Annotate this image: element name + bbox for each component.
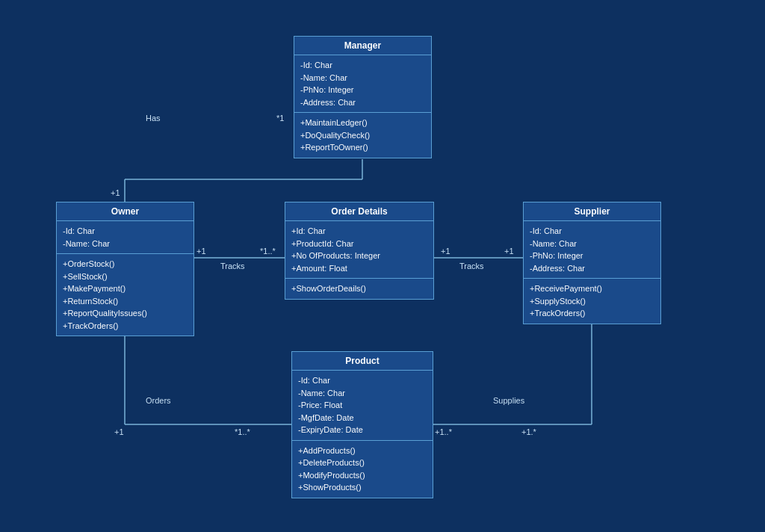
supplier-attrs: -Id: Char -Name: Char -PhNo: Integer -Ad… bbox=[524, 221, 660, 279]
order-details-title: Order Details bbox=[285, 202, 433, 221]
tracks-right-label: Tracks bbox=[459, 262, 484, 270]
owner-title: Owner bbox=[57, 202, 193, 221]
order-details-attrs: +Id: Char +ProductId: Char +No OfProduct… bbox=[285, 221, 433, 279]
product-attrs: -Id: Char -Name: Char -Price: Float -Mgf… bbox=[292, 371, 433, 441]
owner-box: Owner -Id: Char -Name: Char +OrderStock(… bbox=[56, 202, 194, 336]
product-title: Product bbox=[292, 352, 433, 371]
has-label: Has bbox=[146, 114, 161, 123]
supplier-title: Supplier bbox=[524, 202, 660, 221]
mult-tracks-left-1: +1 bbox=[196, 247, 206, 256]
product-methods: +AddProducts() +DeleteProducts() +Modify… bbox=[292, 441, 433, 498]
mult-has-1a: *1 bbox=[276, 114, 284, 123]
manager-methods: +MaintainLedger() +DoQualityCheck() +Rep… bbox=[294, 113, 431, 158]
mult-supplies-1: +1..* bbox=[435, 427, 452, 436]
diagram-canvas: Manager -Id: Char -Name: Char -PhNo: Int… bbox=[0, 0, 765, 532]
mult-orders-2: *1..* bbox=[235, 427, 250, 436]
product-box: Product -Id: Char -Name: Char -Price: Fl… bbox=[291, 351, 433, 498]
supplier-box: Supplier -Id: Char -Name: Char -PhNo: In… bbox=[523, 202, 661, 324]
supplier-methods: +ReceivePayment() +SupplyStock() +TrackO… bbox=[524, 279, 660, 324]
manager-title: Manager bbox=[294, 37, 431, 55]
mult-tracks-right-1: +1 bbox=[441, 247, 450, 256]
manager-box: Manager -Id: Char -Name: Char -PhNo: Int… bbox=[294, 36, 432, 158]
order-details-methods: +ShowOrderDeails() bbox=[285, 279, 433, 299]
mult-supplies-2: +1.* bbox=[521, 427, 536, 436]
owner-attrs: -Id: Char -Name: Char bbox=[57, 221, 193, 254]
tracks-left-label: Tracks bbox=[220, 262, 245, 270]
supplies-label: Supplies bbox=[493, 396, 524, 405]
mult-tracks-left-2: *1..* bbox=[260, 247, 276, 256]
manager-attrs: -Id: Char -Name: Char -PhNo: Integer -Ad… bbox=[294, 55, 431, 113]
mult-has-1b: +1 bbox=[111, 188, 120, 197]
mult-orders-1: +1 bbox=[114, 427, 124, 436]
orders-label: Orders bbox=[146, 396, 171, 405]
owner-methods: +OrderStock() +SellStock() +MakePayment(… bbox=[57, 254, 193, 335]
mult-tracks-right-2: +1 bbox=[504, 247, 514, 256]
order-details-box: Order Details +Id: Char +ProductId: Char… bbox=[285, 202, 434, 300]
